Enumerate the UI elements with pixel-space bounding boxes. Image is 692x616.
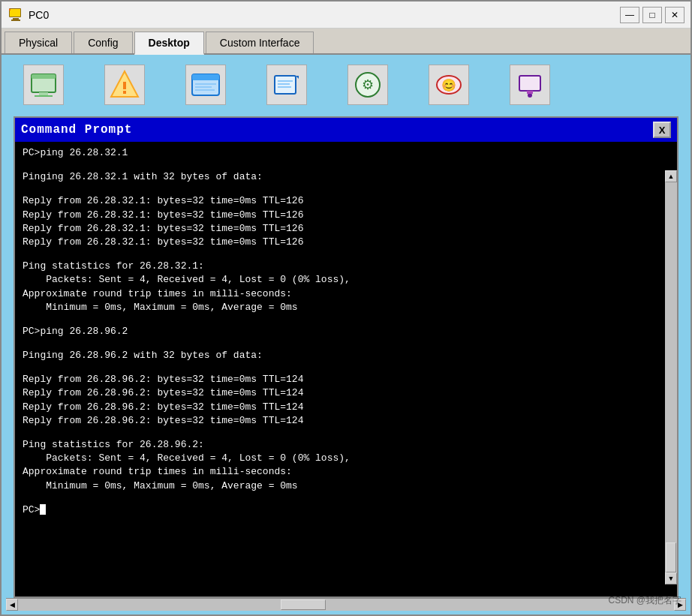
h-scroll-track — [18, 599, 674, 611]
cmd-line: PC> — [23, 503, 669, 517]
cmd-line: Pinging 26.28.32.1 with 32 bytes of data… — [23, 170, 669, 184]
icon-img-7 — [510, 65, 550, 105]
vertical-scrollbar[interactable]: ▲ ▼ — [665, 170, 677, 584]
main-window: PC0 — □ ✕ Physical Config Desktop Custom… — [0, 0, 692, 616]
cmd-body[interactable]: PC>ping 26.28.32.1 Pinging 26.28.32.1 wi… — [15, 142, 677, 596]
desktop-icon-7[interactable] — [492, 59, 567, 110]
desktop-icon-2[interactable] — [87, 59, 162, 110]
svg-rect-8 — [35, 95, 53, 97]
desktop-icon-1[interactable] — [6, 59, 81, 110]
cmd-line: Reply from 26.28.32.1: bytes=32 time=0ms… — [23, 194, 669, 208]
cmd-line — [23, 428, 669, 438]
cmd-title-bar: Command Prompt X — [15, 118, 677, 142]
svg-rect-10 — [123, 82, 126, 89]
tab-bar: Physical Config Desktop Custom Interface — [2, 29, 690, 55]
window-title: PC0 — [29, 9, 49, 21]
scroll-thumb[interactable] — [666, 542, 676, 572]
tab-physical[interactable]: Physical — [5, 32, 72, 53]
pc-icon — [8, 7, 24, 23]
tab-custom-interface[interactable]: Custom Interface — [206, 32, 314, 53]
horizontal-scrollbar: ◀ ▶ — [6, 598, 686, 610]
cmd-cursor — [40, 504, 46, 515]
cmd-line — [23, 338, 669, 349]
svg-rect-13 — [192, 74, 219, 80]
svg-text:⚙: ⚙ — [362, 77, 374, 92]
h-scroll-thumb[interactable] — [281, 599, 326, 610]
svg-rect-16 — [195, 89, 215, 91]
cmd-line — [23, 314, 669, 325]
svg-rect-28 — [527, 91, 533, 94]
cmd-title-text: Command Prompt — [21, 123, 132, 137]
desktop-icon-3[interactable] — [168, 59, 243, 110]
svg-rect-19 — [278, 80, 293, 82]
tab-desktop[interactable]: Desktop — [134, 32, 204, 55]
cmd-line — [23, 362, 669, 373]
desktop-icon-5[interactable]: ⚙ — [330, 59, 405, 110]
cmd-line: Minimum = 0ms, Maximum = 0ms, Average = … — [23, 301, 669, 314]
desktop-area: ⚙ 😊 — [2, 55, 690, 614]
tab-config[interactable]: Config — [74, 32, 132, 53]
cmd-line: PC>ping 26.28.96.2 — [23, 325, 669, 338]
close-button[interactable]: ✕ — [665, 7, 684, 23]
icon-img-1 — [23, 65, 64, 105]
cmd-line: Reply from 26.28.32.1: bytes=32 time=0ms… — [23, 209, 669, 222]
title-bar-left: PC0 — [8, 7, 49, 23]
icon-img-3 — [185, 65, 226, 105]
svg-rect-14 — [195, 83, 216, 85]
cmd-line: Ping statistics for 26.28.32.1: — [23, 260, 669, 273]
svg-rect-26 — [519, 76, 540, 91]
svg-rect-7 — [39, 92, 48, 95]
cmd-line — [23, 249, 669, 260]
svg-rect-11 — [123, 91, 126, 94]
svg-rect-1 — [10, 9, 20, 17]
svg-rect-20 — [278, 83, 290, 85]
desktop-icon-6[interactable]: 😊 — [411, 59, 486, 110]
title-bar: PC0 — □ ✕ — [2, 2, 690, 29]
cmd-line: Approximate round trip times in milli-se… — [23, 465, 669, 479]
h-scroll-left-button[interactable]: ◀ — [6, 599, 18, 611]
cmd-line: PC>ping 26.28.32.1 — [23, 146, 669, 160]
icon-img-2 — [104, 65, 145, 105]
cmd-line: Reply from 26.28.96.2: bytes=32 time=0ms… — [23, 386, 669, 400]
minimize-button[interactable]: — — [620, 7, 639, 23]
command-prompt-window: Command Prompt X PC>ping 26.28.32.1 Ping… — [14, 116, 678, 598]
cmd-line: Packets: Sent = 4, Received = 4, Lost = … — [23, 452, 669, 465]
cmd-line: Minimum = 0ms, Maximum = 0ms, Average = … — [23, 479, 669, 493]
cmd-body-container: PC>ping 26.28.32.1 Pinging 26.28.32.1 wi… — [15, 142, 677, 596]
title-controls: — □ ✕ — [620, 7, 684, 23]
cmd-line — [23, 160, 669, 170]
cmd-line: Reply from 26.28.32.1: bytes=32 time=0ms… — [23, 236, 669, 249]
cmd-line: Reply from 26.28.32.1: bytes=32 time=0ms… — [23, 222, 669, 236]
svg-text:😊: 😊 — [441, 78, 456, 92]
maximize-button[interactable]: □ — [642, 7, 662, 23]
watermark: CSDN @我把名字 — [608, 594, 681, 607]
cmd-line: Pinging 26.28.96.2 with 32 bytes of data… — [23, 349, 669, 362]
desktop-icon-4[interactable] — [249, 59, 324, 110]
scroll-track — [665, 182, 677, 572]
desktop-icon-bar: ⚙ 😊 — [6, 59, 686, 112]
icon-img-6: 😊 — [429, 65, 469, 105]
cmd-line: Reply from 26.28.96.2: bytes=32 time=0ms… — [23, 373, 669, 386]
icon-img-4 — [266, 65, 307, 105]
svg-rect-4 — [11, 20, 20, 21]
cmd-line: Packets: Sent = 4, Received = 4, Lost = … — [23, 273, 669, 287]
svg-rect-3 — [13, 18, 19, 20]
cmd-line — [23, 493, 669, 503]
scroll-down-button[interactable]: ▼ — [665, 572, 677, 584]
svg-rect-2 — [9, 9, 11, 11]
icon-img-5: ⚙ — [348, 65, 388, 105]
cmd-line: Ping statistics for 26.28.96.2: — [23, 438, 669, 452]
svg-rect-6 — [32, 74, 56, 79]
cmd-line: Reply from 26.28.96.2: bytes=32 time=0ms… — [23, 401, 669, 414]
scroll-up-button[interactable]: ▲ — [665, 170, 677, 182]
svg-rect-15 — [195, 86, 212, 88]
cmd-close-button[interactable]: X — [653, 122, 671, 138]
cmd-line: Approximate round trip times in milli-se… — [23, 287, 669, 301]
cmd-line: Reply from 26.28.96.2: bytes=32 time=0ms… — [23, 414, 669, 428]
svg-rect-21 — [278, 86, 291, 88]
cmd-line — [23, 184, 669, 194]
